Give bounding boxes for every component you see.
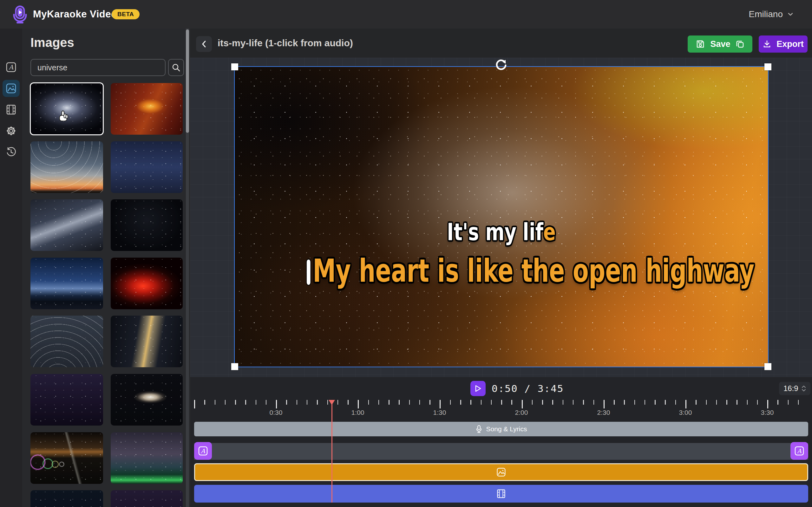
canvas-workspace: It's my life My heart is like the open h… xyxy=(190,58,812,377)
image-thumbnail-blue-starfield[interactable] xyxy=(111,141,183,193)
resize-handle-top-left[interactable] xyxy=(231,63,238,70)
rail-item-settings[interactable] xyxy=(3,122,20,139)
panel-scrollbar-thumb[interactable] xyxy=(186,30,189,133)
export-label: Export xyxy=(776,39,804,49)
rail-item-text[interactable]: A xyxy=(3,59,20,76)
play-button[interactable] xyxy=(470,381,486,396)
playhead[interactable] xyxy=(332,400,333,503)
app-window: MyKaraoke Video BETA Emiliano A xyxy=(0,0,812,507)
image-results-grid xyxy=(31,83,183,507)
lyrics-line2-text: My heart is like the open highway xyxy=(313,252,754,289)
image-icon xyxy=(6,83,16,94)
image-thumbnail-andromeda-galaxy[interactable] xyxy=(111,374,183,426)
song-lyrics-track-label: Song & Lyrics xyxy=(486,425,527,433)
image-search-input[interactable] xyxy=(31,59,165,76)
search-icon xyxy=(171,63,181,72)
app-title: MyKaraoke Video xyxy=(33,0,117,29)
export-button[interactable]: Export xyxy=(759,36,808,53)
chevron-down-icon xyxy=(787,11,794,17)
image-thumbnail-aurora-sky[interactable] xyxy=(111,432,183,484)
film-icon xyxy=(496,489,506,498)
ruler-ticks-major xyxy=(194,400,808,408)
rotate-handle-icon[interactable] xyxy=(494,58,509,72)
rail-item-images[interactable] xyxy=(3,80,20,97)
svg-text:A: A xyxy=(9,63,14,71)
panel-scrollbar[interactable] xyxy=(186,29,189,507)
image-icon xyxy=(496,467,506,477)
app-logo-microphone-icon xyxy=(11,5,29,23)
image-thumbnail-spiral-galaxy[interactable] xyxy=(31,83,103,135)
back-button[interactable] xyxy=(196,36,212,52)
ruler-label: 3:30 xyxy=(753,409,781,416)
play-icon xyxy=(474,385,481,392)
film-icon xyxy=(6,104,16,115)
tool-rail: A xyxy=(0,29,22,507)
top-bar: MyKaraoke Video BETA Emiliano xyxy=(0,0,812,29)
resize-handle-bottom-right[interactable] xyxy=(764,363,771,370)
resize-handle-bottom-left[interactable] xyxy=(231,363,238,370)
time-display: 0:50 / 3:45 xyxy=(492,381,564,396)
editor-header: its-my-life (1-click from audio) Save Ex… xyxy=(190,29,812,58)
beta-badge: BETA xyxy=(112,9,140,19)
image-thumbnail-light-painting-road[interactable] xyxy=(31,432,103,484)
image-thumbnail-milky-way-horizon[interactable] xyxy=(31,258,103,309)
ruler-label: 1:00 xyxy=(344,409,372,416)
lyrics-line-1: It's my life xyxy=(293,218,709,245)
chevron-left-icon xyxy=(200,40,207,48)
save-icon xyxy=(696,39,705,49)
timeline-panel: 0:50 / 3:45 16:9 0:30 1:00 1:30 2:00 2:3… xyxy=(190,377,812,507)
svg-text:A: A xyxy=(797,447,802,454)
save-button[interactable]: Save xyxy=(688,36,752,53)
copy-icon[interactable] xyxy=(735,40,745,49)
image-thumbnail-star-trails-sunset[interactable] xyxy=(31,141,103,193)
resize-handle-top-right[interactable] xyxy=(764,63,771,70)
user-menu[interactable]: Emiliano xyxy=(749,0,794,29)
images-panel: Images xyxy=(22,29,190,507)
hand-cursor xyxy=(56,110,70,124)
ruler-label: 1:30 xyxy=(425,409,454,416)
gear-icon xyxy=(6,125,16,136)
video-canvas[interactable]: It's my life My heart is like the open h… xyxy=(234,66,768,367)
save-label: Save xyxy=(710,39,730,49)
aspect-ratio-value: 16:9 xyxy=(783,384,798,393)
song-lyrics-track[interactable]: Song & Lyrics xyxy=(194,422,808,436)
text-track[interactable] xyxy=(194,443,808,460)
download-icon xyxy=(763,40,771,49)
rail-item-video[interactable] xyxy=(3,101,20,118)
lyrics-line1-sung: It's my lif xyxy=(447,218,543,245)
lyrics-line-2: My heart is like the open highway xyxy=(307,252,696,289)
image-thumbnail-star-trails-gray[interactable] xyxy=(31,316,103,367)
karaoke-cursor xyxy=(307,260,310,285)
svg-text:A: A xyxy=(200,447,206,454)
lyrics-line1-unsung: e xyxy=(543,218,556,245)
text-clip-start[interactable]: A xyxy=(194,442,212,460)
text-icon: A xyxy=(794,446,805,456)
history-icon xyxy=(6,147,16,158)
text-clip-end[interactable]: A xyxy=(791,442,808,460)
timeline-ruler[interactable] xyxy=(194,400,808,409)
image-thumbnail-dark-night-sky[interactable] xyxy=(31,490,103,507)
image-track[interactable] xyxy=(194,463,808,481)
text-icon: A xyxy=(6,62,16,72)
image-thumbnail-dark-starfield[interactable] xyxy=(111,199,183,251)
video-track[interactable] xyxy=(194,485,808,503)
user-name: Emiliano xyxy=(749,9,783,19)
project-title: its-my-life (1-click from audio) xyxy=(217,29,353,58)
image-search-button[interactable] xyxy=(168,59,184,76)
image-thumbnail-milky-way-trees[interactable] xyxy=(111,316,183,367)
updown-chevrons-icon xyxy=(802,385,806,392)
image-thumbnail-purple-starfield[interactable] xyxy=(31,374,103,426)
ruler-label: 0:30 xyxy=(262,409,290,416)
images-panel-title: Images xyxy=(31,36,74,50)
microphone-icon xyxy=(475,425,483,433)
image-thumbnail-milky-way-band[interactable] xyxy=(31,199,103,251)
image-thumbnail-orange-nebula[interactable] xyxy=(111,83,183,135)
image-thumbnail-red-nebula[interactable] xyxy=(111,258,183,309)
ruler-label: 3:00 xyxy=(671,409,700,416)
aspect-ratio-selector[interactable]: 16:9 xyxy=(779,382,810,395)
ruler-label: 2:30 xyxy=(589,409,618,416)
image-thumbnail-purple-night-sky[interactable] xyxy=(111,490,183,507)
text-icon: A xyxy=(198,446,208,456)
playhead-handle[interactable] xyxy=(328,400,335,405)
rail-item-history[interactable] xyxy=(3,144,20,161)
